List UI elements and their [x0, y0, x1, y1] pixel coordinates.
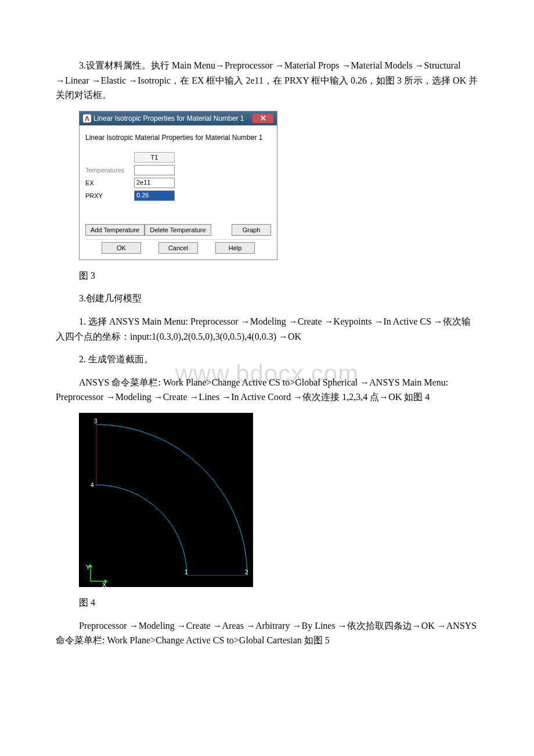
dialog-title-left: Λ Linear Isotropic Properties for Materi… [83, 114, 244, 123]
dialog-button-row-bottom: OK Cancel Help [85, 239, 271, 254]
paragraph-keypoints: 1. 选择 ANSYS Main Menu: Preprocessor →Mod… [56, 314, 478, 344]
axis-x-label: X [102, 581, 107, 587]
dialog-titlebar: Λ Linear Isotropic Properties for Materi… [80, 111, 277, 125]
keypoint-4-label: 4 [91, 482, 94, 488]
delete-temperature-button[interactable]: Delete Temperature [145, 224, 211, 236]
axis-y-label: Y [86, 564, 91, 571]
ansys-logo-icon: Λ [83, 114, 91, 123]
graph-button[interactable]: Graph [232, 224, 271, 236]
paragraph-areas-create: Preprocessor →Modeling →Create →Areas →A… [56, 618, 478, 648]
add-temperature-button[interactable]: Add Temperature [85, 224, 145, 236]
close-icon[interactable]: ✕ [252, 114, 273, 123]
dialog-subtitle: Linear Isotropic Material Properties for… [85, 134, 271, 142]
keypoint-3-label: 3 [94, 418, 98, 424]
dialog-body: Linear Isotropic Material Properties for… [80, 125, 277, 260]
dialog-table: T1 Temperatures EX 2e11 PRXY 0.26 [85, 152, 271, 201]
input-prxy[interactable]: 0.26 [134, 190, 175, 201]
input-temperatures[interactable] [134, 165, 175, 175]
paragraph-create-geometry-header: 3.创建几何模型 [56, 291, 478, 306]
dialog-button-row-top: Add Temperature Delete Temperature Graph [85, 224, 271, 236]
cancel-button[interactable]: Cancel [158, 242, 198, 254]
figure-4-caption: 图 4 [79, 595, 478, 610]
geometry-plot: Y X 1 2 3 4 [79, 413, 253, 587]
column-header-t1: T1 [134, 152, 175, 163]
keypoint-1-label: 1 [185, 569, 188, 575]
row-label-prxy: PRXY [85, 192, 132, 199]
help-button[interactable]: Help [215, 242, 255, 254]
ansys-graphics-window: Y X 1 2 3 4 [79, 413, 253, 587]
row-label-temperatures: Temperatures [85, 167, 132, 174]
paragraph-lines-create: ANSYS 命令菜单栏: Work Plane>Change Active CS… [56, 375, 478, 405]
material-dialog: Λ Linear Isotropic Properties for Materi… [79, 111, 277, 260]
ok-button[interactable]: OK [102, 242, 141, 254]
figure-3-caption: 图 3 [79, 268, 478, 283]
dialog-title-text: Linear Isotropic Properties for Material… [93, 114, 244, 123]
paragraph-material-props: 3.设置材料属性。执行 Main Menu→Preprocessor →Mate… [56, 58, 478, 103]
paragraph-pipe-section: 2. 生成管道截面。 [56, 352, 478, 367]
keypoint-2-label: 2 [245, 569, 248, 575]
input-ex[interactable]: 2e11 [134, 178, 175, 188]
row-label-ex: EX [85, 179, 132, 186]
document-page: www.bdocx.com 3.设置材料属性。执行 Main Menu→Prep… [0, 0, 534, 679]
